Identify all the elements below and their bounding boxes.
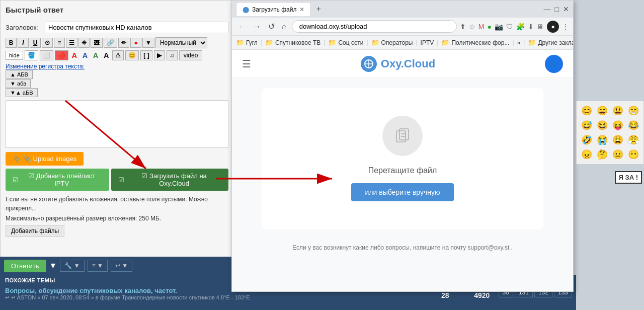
hamburger-icon[interactable]: ☰ xyxy=(242,58,251,70)
emoji-15[interactable]: 😐 xyxy=(611,148,625,161)
bold-button[interactable]: B xyxy=(6,38,17,48)
italic-button[interactable]: I xyxy=(18,38,29,48)
code-btn[interactable]: ▶ xyxy=(154,50,165,60)
emoji-9[interactable]: 🤣 xyxy=(580,133,594,146)
playlist-label: ☑ Добавить плейлист IPTV xyxy=(21,172,102,187)
letter-a-dark[interactable]: A xyxy=(80,51,90,60)
bottom-tool-3[interactable]: ↩ ▼ xyxy=(111,260,132,272)
smiley-btn[interactable]: 😊 xyxy=(125,50,139,60)
gmail-icon[interactable]: M xyxy=(478,23,485,31)
bookmark-social[interactable]: 📁 Соц сети xyxy=(328,39,363,46)
reg-lower-btn[interactable]: ▼ абв xyxy=(6,79,31,88)
download-icon[interactable]: ⬇ xyxy=(528,23,534,31)
reload-button[interactable]: ↺ xyxy=(266,21,277,32)
add-playlist-button[interactable]: ☑ ☑ Добавить плейлист IPTV xyxy=(6,169,109,191)
reg-mixed-btn[interactable]: ▼▲ аБВ xyxy=(6,88,38,97)
puzzle-icon[interactable]: 🧩 xyxy=(516,23,525,31)
reg-upper-btn[interactable]: ▲ АБВ xyxy=(6,70,33,79)
image-button[interactable]: 🖼 xyxy=(91,38,103,48)
bottom-tool-2[interactable]: ≡ ▼ xyxy=(88,260,108,272)
home-button[interactable]: ⌂ xyxy=(280,21,289,32)
emoji-7[interactable]: 😝 xyxy=(611,119,625,132)
bookmark-satellite[interactable]: 📁 Спутниковое ТВ xyxy=(265,39,320,46)
letter-a-green[interactable]: A xyxy=(91,51,100,60)
reply-button[interactable]: Ответить xyxy=(4,260,46,272)
link-button[interactable]: 🔗 xyxy=(104,38,117,48)
close-window-button[interactable]: ✕ xyxy=(563,5,569,13)
color-button[interactable]: ● xyxy=(130,38,141,48)
label-box: Я ЗА ! xyxy=(615,171,642,184)
choose-file-button[interactable]: или выберите вручную xyxy=(351,183,454,201)
tab-title: Загрузить файл xyxy=(252,6,296,13)
emoji-3[interactable]: 😃 xyxy=(611,104,625,117)
emoji-6[interactable]: 😆 xyxy=(595,119,609,132)
letter-a-black[interactable]: A xyxy=(102,51,111,60)
video-button[interactable]: video xyxy=(179,50,203,60)
list-ol-button[interactable]: ☰ xyxy=(66,38,77,48)
minimize-button[interactable]: — xyxy=(544,5,551,13)
list-ul-button[interactable]: ≡ xyxy=(54,38,65,48)
underline-button[interactable]: U xyxy=(30,38,41,48)
register-link[interactable]: Изменение регистра текста: xyxy=(6,63,85,70)
bookmark-political[interactable]: 📁 Политические фор... xyxy=(441,39,509,46)
maximize-button[interactable]: □ xyxy=(555,5,559,13)
emoji-11[interactable]: 😩 xyxy=(611,133,625,146)
address-input[interactable] xyxy=(292,20,457,33)
new-tab-button[interactable]: + xyxy=(313,5,324,14)
header-input[interactable] xyxy=(45,22,228,33)
bookmark-iptv[interactable]: IPTV xyxy=(421,39,434,46)
emoji-12[interactable]: 😤 xyxy=(626,133,640,146)
bookmarks-bar: 📁 Гугл | 📁 Спутниковое ТВ | 📁 Соц сети |… xyxy=(232,36,573,50)
monitor-icon[interactable]: 🖥 xyxy=(537,23,544,31)
oxy-logo-oxy: Oxy. xyxy=(381,57,404,70)
emoji-1[interactable]: 😊 xyxy=(580,104,594,117)
folder-icon-operators: 📁 xyxy=(371,39,379,46)
emoji-10[interactable]: 😭 xyxy=(595,133,609,146)
star-icon[interactable]: ☆ xyxy=(469,23,475,31)
upload-images-button[interactable]: 📎 📎 Upload images xyxy=(6,152,84,166)
browser-active-tab[interactable]: ⬤ Загрузить файл ✕ xyxy=(236,2,311,16)
camera-icon[interactable]: 📷 xyxy=(495,23,503,31)
hide-button[interactable]: hide xyxy=(6,51,23,60)
format-dropdown[interactable]: ▼ xyxy=(142,38,154,48)
special-button[interactable]: ✳ xyxy=(78,38,90,48)
similar-topic-link[interactable]: Вопросы, обсуждение спутниковых каналов,… xyxy=(5,287,177,294)
letter-a-red[interactable]: A xyxy=(70,51,79,60)
share-icon[interactable]: ⬆ xyxy=(460,23,466,31)
oxy-logo: Oxy.Cloud xyxy=(361,56,435,72)
color-fill-btn[interactable]: ⬜ xyxy=(40,50,53,60)
bookmark-more[interactable]: » xyxy=(517,39,521,46)
cloud-upload-button[interactable]: ☑ ☑ Загрузить файл на Oxy.Cloud xyxy=(111,169,228,191)
color-red-btn[interactable]: 🔴 xyxy=(55,50,68,60)
menu-dots-icon[interactable]: ⋮ xyxy=(562,23,569,31)
emoji-4[interactable]: 😁 xyxy=(626,104,640,117)
add-files-button[interactable]: Добавить файлы xyxy=(6,225,64,237)
edit-button[interactable]: ✏ xyxy=(118,38,129,48)
shield-icon[interactable]: 🛡 xyxy=(506,23,513,31)
bottom-tool-1[interactable]: 🔧 ▼ xyxy=(60,260,84,272)
color-remove-btn[interactable]: 🪣 xyxy=(25,50,38,60)
emoji-14[interactable]: 🤔 xyxy=(595,148,609,161)
bookmark-label-operators: Операторы xyxy=(381,39,413,46)
user-avatar[interactable]: 👤 xyxy=(545,55,563,73)
warning-btn[interactable]: ⚠ xyxy=(112,50,124,60)
reply-textarea[interactable] xyxy=(6,101,228,147)
back-button[interactable]: ← xyxy=(236,21,248,32)
green-circle-icon[interactable]: ● xyxy=(488,23,492,31)
bookmark-google[interactable]: 📁 Гугл xyxy=(236,39,258,46)
format-select[interactable]: Нормальный xyxy=(155,37,207,48)
strikethrough-button[interactable]: ⊙ xyxy=(42,38,53,48)
emoji-13[interactable]: 😠 xyxy=(580,148,594,161)
satellite-icon: ↵ xyxy=(5,294,10,300)
emoji-8[interactable]: 😂 xyxy=(626,119,640,132)
tab-close-button[interactable]: ✕ xyxy=(299,6,304,13)
emoji-16[interactable]: 😶 xyxy=(626,148,640,161)
music-btn[interactable]: ♫ xyxy=(167,50,178,60)
emoji-2[interactable]: 😄 xyxy=(595,104,609,117)
bracket-btn[interactable]: [ ] xyxy=(140,50,152,60)
emoji-5[interactable]: 😅 xyxy=(580,119,594,132)
bookmark-other[interactable]: 📁 Другие закладки xyxy=(528,39,573,46)
user-circle-icon[interactable]: ● xyxy=(547,21,559,33)
forward-button[interactable]: → xyxy=(251,21,263,32)
bookmark-operators[interactable]: 📁 Операторы xyxy=(371,39,413,46)
